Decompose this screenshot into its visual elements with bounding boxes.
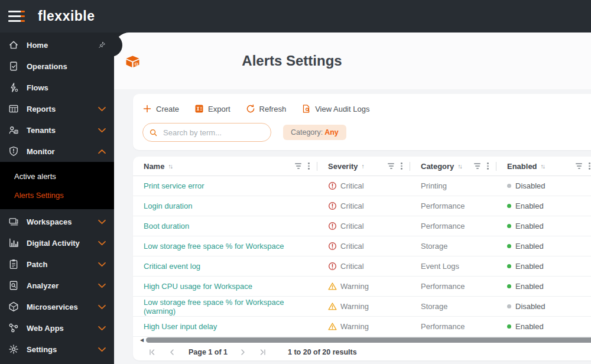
sidebar-item[interactable]: Reports (0, 98, 114, 119)
scrollbar-thumb[interactable] (146, 337, 591, 343)
patch-icon (8, 259, 19, 269)
alert-name-link[interactable]: Print service error (144, 181, 204, 190)
filter-icon[interactable] (474, 163, 480, 168)
menu-icon[interactable] (8, 11, 25, 22)
sidebar-item[interactable]: Operations (0, 56, 114, 77)
sidebar-secondary-nav: Workspaces Digital Activity Patch Analyz… (0, 209, 114, 360)
category-filter-chip[interactable]: Category:Any (283, 125, 346, 140)
sidebar-item-label: Analyzer (27, 281, 59, 290)
workspaces-icon (8, 216, 19, 227)
sidebar-item[interactable]: Microservices (0, 296, 114, 317)
search-input[interactable] (162, 128, 271, 138)
critical-icon (328, 242, 337, 251)
status-dot (507, 264, 511, 268)
critical-icon (328, 181, 337, 190)
status-text: Enabled (515, 322, 544, 331)
prev-page-icon[interactable] (168, 349, 177, 356)
chevron-up-icon (98, 148, 106, 155)
alert-name-link[interactable]: High CPU usage for Workspace (144, 282, 252, 291)
alerts-table-card: Name Severity Category (133, 157, 591, 360)
filter-icon[interactable] (576, 163, 582, 168)
sidebar-item-label: Reports (27, 105, 56, 113)
column-menu-icon[interactable] (308, 162, 310, 170)
status-text: Enabled (515, 222, 544, 230)
sidebar-item[interactable]: Monitor (0, 141, 114, 162)
sidebar-item[interactable]: Workspaces (0, 211, 114, 232)
sidebar-item[interactable]: Analyzer (0, 275, 114, 296)
status-dot (507, 204, 511, 208)
column-menu-icon[interactable] (487, 162, 489, 170)
severity-text: Warning (340, 302, 369, 311)
first-page-icon[interactable] (148, 349, 157, 356)
audit-icon (301, 104, 311, 113)
chevron-down-icon (98, 105, 106, 113)
alert-name-link[interactable]: Low storage free space % for Workspace (144, 242, 284, 251)
sidebar-item[interactable]: Digital Activity (0, 232, 114, 254)
alert-name-link[interactable]: High User input delay (144, 322, 217, 331)
severity-text: Critical (340, 222, 364, 230)
sidebar-item[interactable]: Tenants (0, 119, 114, 141)
sidebar-subitem[interactable]: Active alerts (0, 167, 114, 186)
page-header: Alerts Settings (114, 32, 591, 89)
next-page-icon[interactable] (239, 349, 248, 356)
column-header-severity[interactable]: Severity (317, 157, 410, 176)
column-header-category[interactable]: Category (410, 157, 496, 176)
alert-name-link[interactable]: Low storage free space % for Workspace (… (144, 298, 317, 316)
sidebar-subitem-label: Alerts Settings (14, 191, 64, 200)
category-text: Storage (410, 236, 496, 256)
sidebar-item-label: Operations (27, 62, 67, 71)
chevron-down-icon (98, 324, 106, 332)
sort-icon[interactable] (168, 162, 172, 170)
column-header-name[interactable]: Name (133, 157, 317, 176)
sidebar-item-label: Home (27, 41, 48, 50)
filter-icon[interactable] (295, 163, 301, 168)
category-text: Event Logs (410, 256, 496, 277)
chevron-down-icon (98, 346, 106, 353)
sort-icon[interactable] (457, 162, 462, 170)
sidebar-item-label: Web Apps (27, 324, 64, 333)
home-icon (8, 40, 19, 50)
sidebar-item[interactable]: Home (0, 34, 114, 56)
sidebar-item-label: Tenants (27, 126, 56, 135)
status-dot (507, 244, 511, 248)
alert-name-link[interactable]: Login duration (144, 202, 192, 210)
operations-icon (8, 61, 19, 72)
status-dot (507, 324, 511, 329)
create-button[interactable]: Create (142, 104, 179, 113)
column-menu-icon[interactable] (589, 162, 590, 170)
alert-name-link[interactable]: Boot duration (144, 222, 189, 230)
top-bar: flexxible (0, 0, 591, 32)
column-menu-icon[interactable] (401, 162, 402, 170)
sidebar-item-label: Settings (27, 345, 57, 354)
status-dot (507, 184, 511, 188)
filter-icon[interactable] (388, 163, 394, 168)
severity-text: Critical (340, 181, 364, 190)
results-count: 1 to 20 of 20 results (288, 348, 357, 356)
warning-icon (328, 282, 337, 291)
sidebar-item[interactable]: Web Apps (0, 317, 114, 339)
sidebar-item[interactable]: Patch (0, 254, 114, 275)
refresh-button[interactable]: Refresh (246, 104, 287, 113)
status-dot (507, 224, 511, 228)
category-text: Performance (410, 317, 496, 337)
last-page-icon[interactable] (259, 349, 268, 356)
export-button[interactable]: Export (194, 104, 230, 113)
sidebar-item[interactable]: Flows (0, 77, 114, 98)
sort-icon[interactable] (362, 162, 365, 170)
sidebar-item-label: Microservices (27, 303, 78, 311)
severity-text: Critical (340, 242, 364, 251)
alert-name-link[interactable]: Critical event log (144, 262, 200, 271)
warning-icon (328, 302, 337, 311)
excel-icon (194, 104, 204, 113)
toolbar-card: Create Export Refresh View Audit Logs Ca… (133, 94, 591, 150)
category-text: Performance (410, 196, 496, 216)
column-header-enabled[interactable]: Enabled (496, 157, 591, 176)
sidebar-item[interactable]: Settings (0, 339, 114, 360)
view-audit-logs-button[interactable]: View Audit Logs (301, 104, 369, 113)
category-text: Performance (410, 216, 496, 236)
web-apps-icon (8, 323, 19, 333)
status-text: Enabled (515, 202, 544, 210)
sort-icon[interactable] (541, 162, 545, 170)
scroll-left-arrow[interactable]: ◀ (140, 338, 144, 343)
sidebar-subitem[interactable]: Alerts Settings (0, 186, 114, 204)
